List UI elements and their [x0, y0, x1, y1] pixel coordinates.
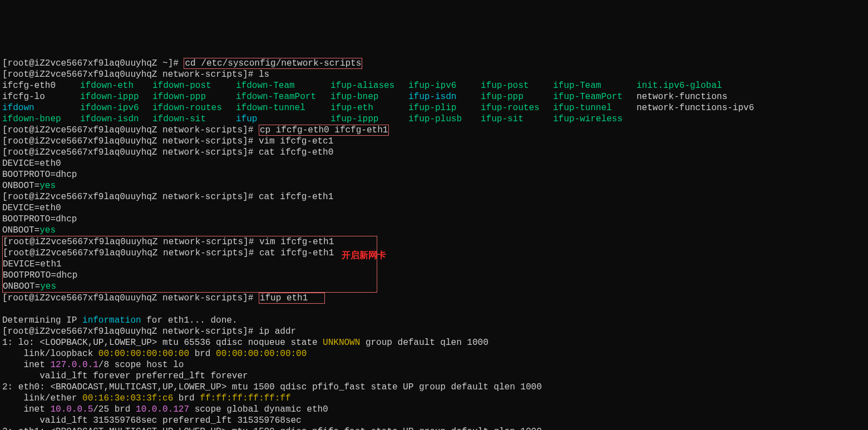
- cmd-cat-eth1-b: cat ifcfg-eth1: [259, 248, 334, 258]
- lo-brd: 00:00:00:00:00:00: [216, 349, 307, 359]
- lo-head-post: group default qlen 1000: [360, 338, 488, 348]
- ls-c6-1: ifup-isdn: [408, 91, 481, 102]
- cfg1b-onboot-v: yes: [40, 281, 56, 291]
- lo-link-pre: link/loopback: [2, 349, 98, 359]
- cfg1a-device-k: DEVICE=: [2, 203, 40, 213]
- ls-c8-2: ifup-tunnel: [553, 102, 637, 113]
- prompt-ns-7: [root@iZ2vce5667xf9laq0uuyhqZ network-sc…: [3, 248, 254, 258]
- prompt-ns-5: [root@iZ2vce5667xf9laq0uuyhqZ network-sc…: [2, 192, 253, 202]
- cmd-ifup-box: ifup eth1: [259, 293, 325, 304]
- prompt-home: [root@iZ2vce5667xf9laq0uuyhqZ ~]#: [2, 58, 179, 68]
- eth0-head: 2: eth0: <BROADCAST,MULTICAST,UP,LOWER_U…: [2, 382, 542, 392]
- prompt-ns-8: [root@iZ2vce5667xf9laq0uuyhqZ network-sc…: [2, 293, 253, 303]
- ls-c1-2: ifdown: [2, 102, 80, 113]
- eth0-brd-lbl: brd: [173, 393, 200, 403]
- lo-ip: 127.0.0.1: [50, 360, 98, 370]
- cmd-cat-eth1-a: cat ifcfg-eth1: [259, 192, 333, 202]
- ls-c8-1: ifup-TeamPort: [553, 91, 637, 102]
- eth0-inet-pre: inet: [2, 404, 50, 414]
- cfg0-onboot-k: ONBOOT=: [2, 181, 40, 191]
- ls-row-3: ifdown-bnepifdown-isdnifdown-sitifupifup…: [2, 113, 866, 125]
- ls-c2-0: ifdown-eth: [80, 80, 152, 91]
- eth0-bcast: 10.0.0.127: [136, 404, 189, 414]
- ls-c3-0: ifdown-post: [152, 80, 236, 91]
- ls-c8-3: ifup-wireless: [553, 113, 637, 125]
- eth0-link-pre: link/ether: [2, 393, 82, 403]
- cfg1a-boot-k: BOOTPROTO=: [2, 214, 56, 224]
- ls-c8-0: ifup-Team: [553, 80, 637, 91]
- cfg1b-boot-k: BOOTPROTO=: [3, 270, 56, 280]
- cmd-cp: cp ifcfg-eth0 ifcfg-eth1: [260, 125, 388, 135]
- ls-c1-1: ifcfg-lo: [2, 91, 80, 102]
- ls-c7-0: ifup-post: [481, 80, 553, 91]
- cfg1a-device-v: eth0: [40, 203, 61, 213]
- cfg0-boot-v: dhcp: [56, 170, 77, 180]
- ls-c3-3: ifdown-sit: [152, 113, 236, 125]
- det-info: information: [82, 315, 141, 325]
- ls-c6-3: ifup-plusb: [408, 113, 481, 125]
- prompt-ns-9: [root@iZ2vce5667xf9laq0uuyhqZ network-sc…: [2, 327, 253, 337]
- ls-c2-2: ifdown-ipv6: [80, 102, 152, 113]
- lo-head-pre: 1: lo: <LOOPBACK,UP,LOWER_UP> mtu 65536 …: [2, 338, 323, 348]
- ls-c5-1: ifup-bnep: [331, 91, 408, 102]
- ls-c7-2: ifup-routes: [481, 102, 553, 113]
- cmd-cat-eth0: cat ifcfg-eth0: [259, 147, 333, 157]
- det-post: for eth1... done.: [141, 315, 238, 325]
- cfg1b-onboot-k: ONBOOT=: [3, 281, 40, 291]
- cfg1a-onboot-v: yes: [40, 225, 56, 235]
- cmd-cd: cd /etc/sysconfig/network-scripts: [185, 58, 361, 68]
- ls-row-0: ifcfg-eth0ifdown-ethifdown-postifdown-Te…: [2, 80, 866, 91]
- vim-cat-box: [root@iZ2vce5667xf9laq0uuyhqZ network-sc…: [2, 236, 377, 293]
- ls-c4-2: ifdown-tunnel: [236, 102, 331, 113]
- det-pre: Determining IP: [2, 315, 82, 325]
- cfg1b-device-k: DEVICE=: [3, 259, 40, 269]
- ls-c3-2: ifdown-routes: [152, 102, 236, 113]
- cmd-vim-eth1: vim ifcfg-eth1: [259, 237, 334, 247]
- cfg1b-boot-v: dhcp: [56, 270, 77, 280]
- ls-c9-1: network-functions: [637, 91, 727, 102]
- lo-inet-post: /8 scope host lo: [98, 360, 184, 370]
- ls-c6-0: ifup-ipv6: [408, 80, 481, 91]
- cfg0-device-v: eth0: [40, 159, 61, 169]
- prompt-ns-3: [root@iZ2vce5667xf9laq0uuyhqZ network-sc…: [2, 136, 253, 146]
- eth1-head: 3: eth1: <BROADCAST,MULTICAST,UP,LOWER_U…: [2, 427, 542, 430]
- prompt-ns-6: [root@iZ2vce5667xf9laq0uuyhqZ network-sc…: [3, 237, 254, 247]
- eth0-mac: 00:16:3e:03:3f:c6: [82, 393, 173, 403]
- ls-c6-2: ifup-plip: [408, 102, 481, 113]
- ls-c2-3: ifdown-isdn: [80, 113, 152, 125]
- ls-c2-1: ifdown-ippp: [80, 91, 152, 102]
- lo-state: UNKNOWN: [323, 338, 360, 348]
- cfg0-device-k: DEVICE=: [2, 159, 40, 169]
- lo-valid: valid_lft forever preferred_lft forever: [2, 371, 248, 381]
- eth0-inet-mid: /25 brd: [93, 404, 136, 414]
- terminal-output: [root@iZ2vce5667xf9laq0uuyhqZ ~]# cd /et…: [2, 47, 866, 430]
- ls-row-1: ifcfg-loifdown-ipppifdown-pppifdown-Team…: [2, 91, 866, 102]
- ls-c9-0: init.ipv6-global: [637, 80, 722, 91]
- eth0-inet-post: scope global dynamic eth0: [189, 404, 328, 414]
- ls-c5-3: ifup-ippp: [331, 113, 408, 125]
- ls-c4-1: ifdown-TeamPort: [236, 91, 331, 102]
- prompt-ns: [root@iZ2vce5667xf9laq0uuyhqZ network-sc…: [2, 70, 253, 80]
- ls-c4-3: ifup: [236, 113, 331, 125]
- cmd-ls: ls: [259, 70, 269, 80]
- ls-c1-0: ifcfg-eth0: [2, 80, 80, 91]
- cmd-cd-box: cd /etc/sysconfig/network-scripts: [184, 58, 362, 69]
- ls-row-2: ifdownifdown-ipv6ifdown-routesifdown-tun…: [2, 102, 866, 113]
- ls-c9-2: network-functions-ipv6: [637, 102, 754, 113]
- cfg1b-device-v: eth1: [40, 259, 61, 269]
- cfg0-onboot-v: yes: [40, 181, 56, 191]
- ls-c3-1: ifdown-ppp: [152, 91, 236, 102]
- ls-c1-3: ifdown-bnep: [2, 113, 80, 125]
- cfg1a-boot-v: dhcp: [56, 214, 77, 224]
- ls-c5-0: ifup-aliases: [331, 80, 408, 91]
- eth0-brd: ff:ff:ff:ff:ff:ff: [200, 393, 290, 403]
- annotation-new-nic: 开启新网卡: [342, 250, 386, 261]
- lo-inet-pre: inet: [2, 360, 50, 370]
- cmd-ipaddr: ip addr: [259, 327, 296, 337]
- cmd-vim-etc1: vim ifcfg-etc1: [259, 136, 333, 146]
- cfg1a-onboot-k: ONBOOT=: [2, 225, 40, 235]
- lo-brd-lbl: brd: [189, 349, 216, 359]
- prompt-ns-4: [root@iZ2vce5667xf9laq0uuyhqZ network-sc…: [2, 147, 253, 157]
- ls-c5-2: ifup-eth: [331, 102, 408, 113]
- eth0-ip: 10.0.0.5: [50, 404, 93, 414]
